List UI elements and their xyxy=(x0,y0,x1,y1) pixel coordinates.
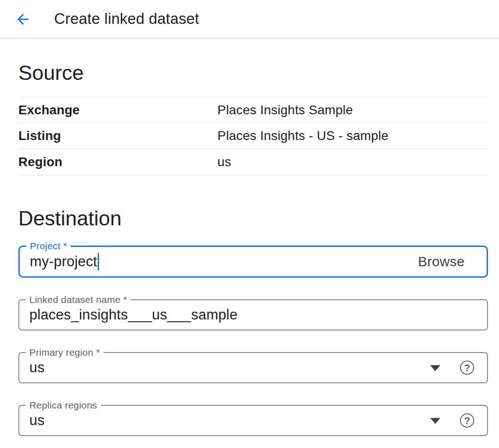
table-row-listing: Listing Places Insights - US - sample xyxy=(18,123,488,149)
destination-section-heading: Destination xyxy=(18,208,488,229)
replica-regions-label: Replica regions xyxy=(26,400,101,411)
text-cursor xyxy=(98,253,99,270)
project-field[interactable]: Project * my-project Browse xyxy=(18,246,488,278)
exchange-value: Places Insights Sample xyxy=(217,103,353,118)
exchange-label: Exchange xyxy=(18,103,217,118)
help-icon[interactable]: ? xyxy=(460,361,474,375)
arrow-back-icon xyxy=(15,11,31,28)
linked-dataset-name-value: places_insights___us___sample xyxy=(29,307,238,323)
back-button[interactable] xyxy=(14,10,32,28)
dropdown-arrow-icon[interactable] xyxy=(430,418,440,424)
region-label: Region xyxy=(18,155,217,169)
replica-regions-select[interactable]: us xyxy=(29,412,44,429)
primary-region-field[interactable]: Primary region * us ? xyxy=(18,352,488,383)
project-input-value: my-project xyxy=(30,253,97,270)
page-title: Create linked dataset xyxy=(54,10,199,28)
page-header: Create linked dataset xyxy=(0,0,499,39)
primary-region-value: us xyxy=(29,359,44,376)
linked-dataset-name-input[interactable]: places_insights___us___sample xyxy=(29,307,238,323)
help-icon[interactable]: ? xyxy=(460,414,474,428)
table-row-exchange: Exchange Places Insights Sample xyxy=(18,97,488,123)
replica-regions-value: us xyxy=(29,412,44,429)
table-row-region: Region us xyxy=(18,149,488,175)
listing-value: Places Insights - US - sample xyxy=(217,129,388,143)
listing-label: Listing xyxy=(18,129,217,143)
dropdown-arrow-icon[interactable] xyxy=(430,365,440,371)
replica-regions-field[interactable]: Replica regions us ? xyxy=(18,405,488,436)
primary-region-select[interactable]: us xyxy=(29,359,44,376)
form-content: Source Exchange Places Insights Sample L… xyxy=(0,62,499,436)
region-value: us xyxy=(217,155,231,169)
source-section-heading: Source xyxy=(18,62,488,84)
project-input[interactable]: my-project xyxy=(30,253,99,270)
project-field-label: Project * xyxy=(26,241,71,252)
linked-dataset-name-label: Linked dataset name * xyxy=(26,294,131,305)
source-table: Exchange Places Insights Sample Listing … xyxy=(18,97,488,175)
linked-dataset-name-field[interactable]: Linked dataset name * places_insights___… xyxy=(18,299,488,330)
primary-region-label: Primary region * xyxy=(26,347,104,358)
browse-button[interactable]: Browse xyxy=(417,251,466,272)
